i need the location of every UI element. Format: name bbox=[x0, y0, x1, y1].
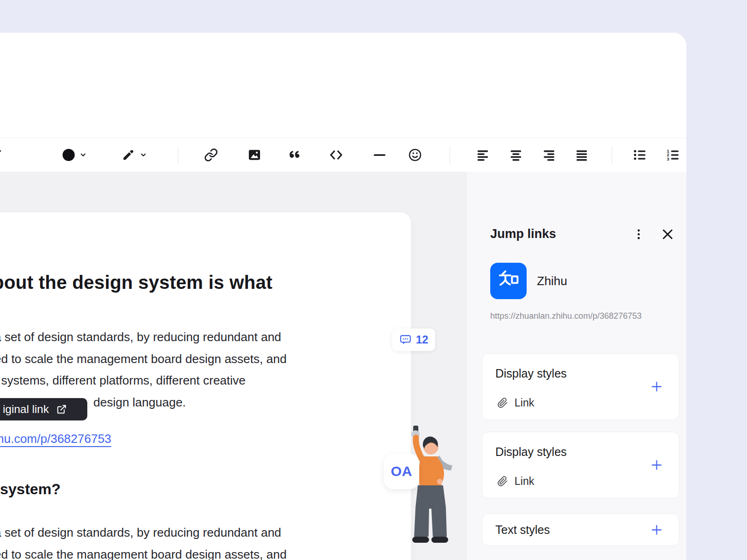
link-style-item[interactable]: Link bbox=[497, 475, 534, 488]
align-justify-button[interactable] bbox=[571, 143, 593, 167]
emoji-icon bbox=[408, 148, 422, 162]
editor-window: 123 bout the design system is what a set… bbox=[0, 33, 686, 560]
chevron-down-icon bbox=[79, 151, 87, 159]
svg-text:3: 3 bbox=[667, 157, 669, 161]
kebab-menu-icon bbox=[632, 228, 645, 241]
document-canvas: bout the design system is what a set of … bbox=[0, 172, 467, 560]
code-block-button[interactable] bbox=[325, 143, 347, 167]
display-styles-card: Display styles Link bbox=[482, 432, 679, 498]
align-justify-icon bbox=[575, 148, 589, 162]
link-style-item[interactable]: Link bbox=[497, 397, 534, 409]
zhihu-icon bbox=[490, 263, 527, 299]
card-title: Text styles bbox=[495, 523, 550, 537]
oa-badge-label: OA bbox=[391, 463, 412, 479]
comment-count-badge[interactable]: 12 bbox=[392, 329, 435, 351]
align-right-button[interactable] bbox=[538, 143, 560, 167]
original-link-tooltip[interactable]: iginal link bbox=[0, 398, 87, 420]
external-link-icon bbox=[56, 404, 67, 414]
quote-icon bbox=[288, 148, 302, 162]
align-center-button[interactable] bbox=[505, 143, 527, 167]
chevron-down-icon bbox=[140, 151, 147, 159]
oa-badge[interactable]: OA bbox=[384, 454, 419, 489]
jump-links-panel: Jump links Zhihu https://zhuanlan.zhihu.… bbox=[467, 172, 686, 560]
link-style-label: Link bbox=[514, 475, 534, 488]
panel-close-button[interactable] bbox=[656, 223, 679, 245]
horizontal-rule-button[interactable] bbox=[368, 143, 391, 167]
comment-count: 12 bbox=[416, 333, 429, 346]
paperclip-icon bbox=[497, 398, 508, 408]
document-page[interactable]: bout the design system is what a set of … bbox=[0, 212, 411, 560]
insert-link-button[interactable] bbox=[200, 143, 222, 167]
paperclip-icon bbox=[497, 476, 508, 487]
panel-title: Jump links bbox=[490, 227, 556, 241]
source-url[interactable]: https://zhuanlan.zhihu.com/p/368276753 bbox=[490, 311, 641, 321]
document-paragraph: a set of design standards, by reducing r… bbox=[0, 522, 287, 560]
text-format-button[interactable] bbox=[0, 143, 7, 167]
text-color-button[interactable] bbox=[52, 143, 97, 167]
document-heading: bout the design system is what bbox=[0, 272, 272, 293]
paragraph-line: a set of design standards, by reducing r… bbox=[0, 326, 287, 348]
text-format-icon bbox=[0, 148, 2, 162]
card-title: Display styles bbox=[495, 445, 567, 459]
code-icon bbox=[329, 147, 344, 162]
display-styles-card: Display styles Link bbox=[482, 353, 679, 420]
link-style-label: Link bbox=[514, 397, 534, 409]
insert-image-button[interactable] bbox=[243, 143, 266, 167]
add-style-button[interactable] bbox=[647, 378, 666, 396]
text-color-swatch-icon bbox=[63, 149, 75, 161]
plus-icon bbox=[650, 459, 663, 471]
plus-icon bbox=[650, 524, 663, 536]
toolbar-divider bbox=[178, 147, 178, 164]
add-style-button[interactable] bbox=[647, 456, 666, 475]
close-icon bbox=[661, 227, 675, 241]
comment-icon bbox=[399, 334, 412, 346]
bullet-list-icon bbox=[633, 148, 647, 162]
align-center-icon bbox=[509, 148, 523, 162]
highlight-pen-button[interactable] bbox=[112, 143, 157, 167]
bullet-list-button[interactable] bbox=[628, 143, 651, 167]
paragraph-line: ed to scale the management board design … bbox=[0, 348, 287, 370]
highlight-pen-icon bbox=[122, 148, 135, 161]
numbered-list-button[interactable]: 123 bbox=[662, 143, 684, 167]
desktop-background: 123 bout the design system is what a set… bbox=[0, 0, 747, 560]
emoji-button[interactable] bbox=[404, 143, 426, 167]
blockquote-button[interactable] bbox=[283, 143, 306, 167]
paragraph-line: t systems, different platforms, differen… bbox=[0, 370, 287, 392]
document-hyperlink[interactable]: hu.com/p/368276753 bbox=[0, 432, 111, 446]
toolbar-divider bbox=[612, 147, 612, 164]
numbered-list-icon: 123 bbox=[666, 148, 680, 162]
text-styles-card: Text styles bbox=[482, 513, 679, 546]
original-link-label: iginal link bbox=[3, 403, 49, 416]
align-left-button[interactable] bbox=[472, 143, 494, 167]
image-icon bbox=[247, 147, 262, 162]
toolbar-divider bbox=[450, 147, 450, 164]
card-title: Display styles bbox=[495, 367, 567, 380]
add-style-button[interactable] bbox=[647, 520, 666, 539]
align-left-icon bbox=[476, 148, 490, 162]
panel-menu-button[interactable] bbox=[627, 223, 650, 245]
source-name: Zhihu bbox=[537, 274, 567, 288]
link-icon bbox=[204, 148, 218, 162]
paragraph-line: a set of design standards, by reducing r… bbox=[0, 522, 287, 544]
document-subheading: system? bbox=[0, 481, 61, 498]
editor-toolbar: 123 bbox=[0, 138, 686, 172]
horizontal-rule-icon bbox=[373, 148, 387, 162]
paragraph-line: ed to scale the management board design … bbox=[0, 544, 287, 560]
align-right-icon bbox=[542, 148, 556, 162]
plus-icon bbox=[650, 380, 663, 393]
